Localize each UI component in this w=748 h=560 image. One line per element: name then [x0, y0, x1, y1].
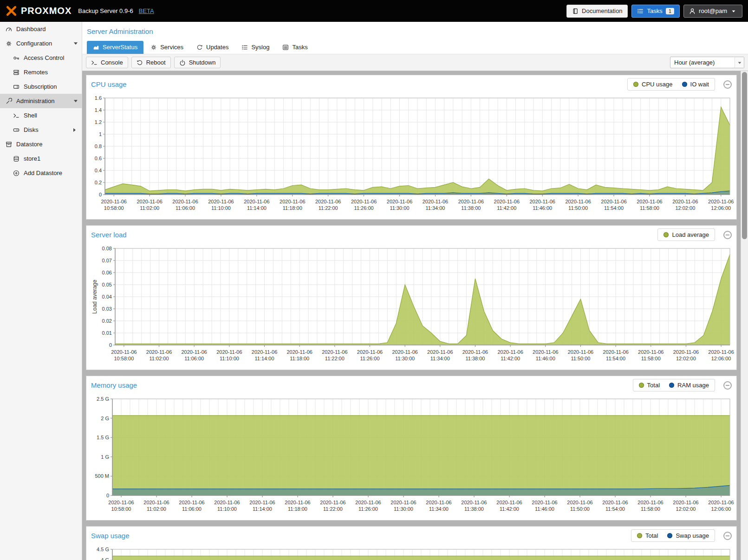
legend-label: RAM usage: [677, 382, 709, 389]
sidebar-item-disks[interactable]: Disks: [0, 123, 82, 137]
svg-text:11:06:00: 11:06:00: [184, 356, 204, 361]
svg-text:2020-11-06: 2020-11-06: [708, 199, 734, 204]
svg-text:2020-11-06: 2020-11-06: [392, 349, 417, 355]
svg-text:2020-11-06: 2020-11-06: [216, 349, 242, 355]
tab-serverstatus[interactable]: ServerStatus: [87, 41, 143, 54]
panel-title: CPU usage: [91, 80, 127, 88]
documentation-label: Documentation: [582, 7, 622, 14]
sidebar-item-label: Disks: [24, 126, 39, 133]
legend-item[interactable]: Load average: [663, 231, 709, 238]
svg-text:11:14:00: 11:14:00: [253, 506, 272, 512]
collapse-panel-button[interactable]: [723, 231, 732, 239]
page-title: Server Administration: [87, 27, 748, 35]
refresh-icon: [196, 44, 203, 51]
sidebar-item-administration[interactable]: Administration: [0, 94, 82, 108]
sidebar-item-add-datastore[interactable]: Add Datastore: [0, 166, 82, 180]
reboot-button[interactable]: Reboot: [131, 57, 171, 68]
legend-item[interactable]: Total: [637, 532, 658, 539]
expander-right-icon[interactable]: [73, 128, 78, 132]
collapse-panel-button[interactable]: [723, 80, 732, 89]
legend-label: Total: [647, 382, 660, 389]
list-alt-icon: [282, 44, 289, 51]
svg-text:2020-11-06: 2020-11-06: [214, 500, 240, 505]
sidebar-item-label: Configuration: [16, 40, 52, 47]
svg-text:11:50:00: 11:50:00: [570, 506, 590, 512]
documentation-button[interactable]: Documentation: [566, 5, 628, 18]
svg-text:2020-11-06: 2020-11-06: [108, 500, 134, 505]
legend-dot: [639, 383, 644, 388]
svg-text:10:58:00: 10:58:00: [104, 205, 124, 211]
tab-updates[interactable]: Updates: [190, 41, 234, 54]
legend-label: IO wait: [690, 81, 709, 88]
sidebar-item-access-control[interactable]: Access Control: [0, 51, 82, 65]
collapse-panel-button[interactable]: [723, 381, 732, 390]
sidebar-item-subscription[interactable]: Subscription: [0, 79, 82, 94]
sidebar-item-datastore[interactable]: Datastore: [0, 137, 82, 151]
sidebar-item-remotes[interactable]: Remotes: [0, 65, 82, 79]
svg-text:11:38:00: 11:38:00: [465, 356, 485, 361]
shutdown-label: Shutdown: [189, 59, 216, 66]
svg-text:11:54:00: 11:54:00: [604, 205, 624, 211]
svg-text:10:58:00: 10:58:00: [111, 506, 131, 512]
collapse-panel-button[interactable]: [723, 532, 732, 540]
tasks-button[interactable]: Tasks 1: [631, 5, 680, 18]
svg-text:0.2: 0.2: [95, 180, 102, 185]
svg-text:11:26:00: 11:26:00: [360, 356, 380, 361]
beta-link[interactable]: BETA: [139, 7, 154, 14]
combo-trigger[interactable]: [735, 57, 744, 68]
console-button[interactable]: Console: [86, 57, 128, 68]
product-version: Backup Server 0.9-6: [78, 7, 133, 14]
svg-text:11:22:00: 11:22:00: [323, 506, 343, 512]
tab-tasks[interactable]: Tasks: [276, 41, 313, 54]
user-menu-button[interactable]: root@pam: [683, 5, 742, 18]
svg-text:2020-11-06: 2020-11-06: [673, 349, 699, 355]
legend-item[interactable]: CPU usage: [633, 81, 672, 88]
svg-text:11:42:00: 11:42:00: [501, 356, 520, 361]
svg-text:0: 0: [106, 493, 109, 498]
sidebar-item-dashboard[interactable]: Dashboard: [0, 22, 82, 36]
legend-item[interactable]: RAM usage: [669, 382, 709, 389]
legend-item[interactable]: IO wait: [682, 81, 709, 88]
content-header: Server Administration ServerStatusServic…: [82, 22, 748, 54]
svg-text:11:34:00: 11:34:00: [425, 205, 445, 211]
database-icon: [13, 156, 20, 162]
legend-item[interactable]: Total: [639, 382, 660, 389]
chart-body: 00.20.40.60.811.21.41.62020-11-0610:58:0…: [86, 93, 736, 219]
svg-text:2020-11-06: 2020-11-06: [390, 500, 416, 505]
shutdown-button[interactable]: Shutdown: [174, 57, 221, 68]
sidebar-item-store1[interactable]: store1: [0, 151, 82, 166]
svg-text:2020-11-06: 2020-11-06: [423, 199, 448, 204]
svg-text:12:06:00: 12:06:00: [711, 205, 731, 211]
scrollbar-thumb[interactable]: [742, 72, 747, 239]
expander-down-icon[interactable]: [74, 100, 78, 104]
sidebar-item-shell[interactable]: Shell: [0, 108, 82, 123]
svg-text:11:38:00: 11:38:00: [464, 506, 484, 512]
panel-swap: Swap usageTotalSwap usage0500 M1 G1.5 G2…: [86, 526, 737, 560]
tab-label: Updates: [206, 44, 228, 51]
reboot-label: Reboot: [146, 59, 166, 66]
tab-label: Services: [160, 44, 183, 51]
tab-services[interactable]: Services: [144, 41, 189, 54]
legend-item[interactable]: Swap usage: [667, 532, 709, 539]
svg-text:11:14:00: 11:14:00: [247, 205, 267, 211]
chart-legend: Load average: [657, 228, 715, 241]
console-label: Console: [101, 59, 123, 66]
timeframe-select[interactable]: Hour (average): [670, 57, 744, 68]
timeframe-value: Hour (average): [670, 59, 715, 66]
svg-text:500 M: 500 M: [95, 473, 109, 479]
vertical-scrollbar[interactable]: [741, 71, 748, 560]
legend-dot: [667, 533, 672, 538]
svg-text:2020-11-06: 2020-11-06: [532, 500, 557, 505]
tab-label: ServerStatus: [103, 44, 137, 51]
sidebar-item-configuration[interactable]: Configuration: [0, 36, 82, 51]
expander-down-icon[interactable]: [74, 42, 78, 46]
svg-text:10:58:00: 10:58:00: [114, 356, 134, 361]
caret-down-icon: [730, 8, 737, 14]
tasks-label: Tasks: [647, 7, 662, 14]
sidebar-item-label: Dashboard: [16, 26, 46, 33]
sidebar-item-label: Access Control: [24, 54, 64, 61]
minus-icon: [726, 84, 729, 85]
panel-title: Server load: [91, 231, 127, 239]
tab-syslog[interactable]: Syslog: [235, 41, 275, 54]
svg-text:2020-11-06: 2020-11-06: [355, 500, 381, 505]
